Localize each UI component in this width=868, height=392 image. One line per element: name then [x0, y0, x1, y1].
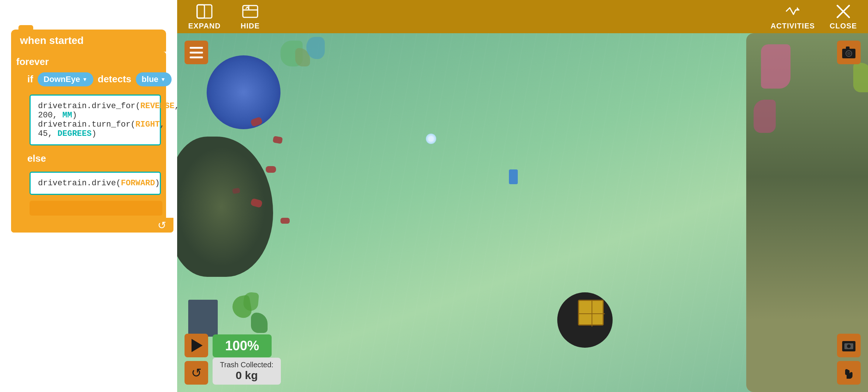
code-line2-fn: drivetrain.turn_for(	[38, 120, 135, 129]
svg-rect-2	[243, 6, 258, 17]
expand-icon	[195, 3, 214, 20]
robot	[509, 169, 518, 184]
close-label: CLOSE	[830, 22, 857, 30]
color-dropdown[interactable]: blue ▼	[136, 72, 172, 86]
trash-label: Trash Collected:	[220, 361, 273, 369]
small-box	[188, 300, 218, 337]
forever-label: forever	[16, 56, 49, 67]
game-controls-right	[837, 334, 861, 385]
loop-arrow-icon: ↺	[158, 219, 166, 231]
when-started-label: when started	[20, 35, 84, 46]
reset-icon: ↺	[191, 365, 202, 380]
then-code-container: drivetrain.drive_for(REVERSE, 200, MM) d…	[22, 91, 161, 149]
close-button[interactable]: CLOSE	[830, 3, 857, 30]
svg-rect-1	[197, 5, 204, 18]
game-toolbar: EXPAND HIDE	[177, 0, 868, 33]
code-line-1: drivetrain.drive_for(REVERSE, 200, MM)	[38, 102, 152, 120]
svg-rect-16	[845, 369, 848, 375]
game-controls-left: ↺	[185, 334, 208, 385]
game-viewport: ↺ Trash Collected: 0 kg 100%	[177, 33, 868, 392]
progress-display: 100%	[213, 334, 272, 357]
empty-slot-box	[30, 201, 162, 216]
play-icon	[192, 339, 203, 352]
code-line3-fn: drivetrain.drive(	[38, 179, 121, 188]
menu-line-2	[190, 52, 203, 54]
sensor-dropdown-arrow: ▼	[82, 76, 87, 82]
hide-button[interactable]: HIDE	[235, 3, 265, 30]
plant-top-3	[306, 37, 325, 59]
play-button[interactable]	[185, 334, 208, 357]
code-blocks: when started forever if DownEye ▼ detect…	[11, 30, 166, 233]
orb	[426, 134, 436, 144]
color-dropdown-arrow: ▼	[161, 76, 166, 82]
code-line2-end: )	[92, 129, 96, 138]
when-started-block[interactable]: when started	[11, 30, 166, 52]
creature-2	[273, 136, 283, 144]
forever-inner: if DownEye ▼ detects blue ▼ ? then	[11, 68, 166, 218]
camera-view-button[interactable]	[837, 334, 861, 357]
code-line-2: drivetrain.turn_for(RIGHT, 45, DEGREES)	[38, 120, 152, 138]
creature-5	[280, 218, 290, 224]
coral-right-1	[761, 44, 790, 89]
sensor-name: DownEye	[44, 75, 80, 84]
svg-point-11	[847, 52, 851, 55]
code-line1-unit: MM	[62, 111, 72, 120]
reset-button[interactable]: ↺	[185, 361, 208, 385]
sensor-dropdown[interactable]: DownEye ▼	[38, 72, 93, 86]
code-line3-kw: FORWARD	[121, 179, 155, 188]
else-label: else	[27, 153, 46, 164]
camera-button[interactable]	[837, 41, 861, 64]
menu-line-1	[190, 47, 203, 49]
code-panel: when started forever if DownEye ▼ detect…	[0, 0, 177, 392]
crate	[578, 300, 604, 326]
activities-icon	[783, 3, 802, 20]
forever-block: forever if DownEye ▼ detects blue ▼ ?	[11, 52, 166, 233]
plant-right	[853, 63, 868, 92]
plant-bottom-2	[243, 292, 259, 311]
hide-label: HIDE	[241, 22, 260, 30]
code-line1-end: )	[72, 111, 77, 120]
close-icon	[834, 3, 852, 20]
svg-rect-12	[846, 47, 850, 49]
toolbar-right: ACTIVITIES CLOSE	[771, 3, 857, 30]
expand-button[interactable]: EXPAND	[188, 3, 221, 30]
menu-line-3	[190, 56, 203, 58]
game-scene: ↺ Trash Collected: 0 kg 100%	[177, 33, 868, 392]
game-menu-button[interactable]	[185, 41, 208, 64]
else-code-container: drivetrain.drive(FORWARD)	[22, 168, 161, 199]
color-name: blue	[142, 75, 158, 84]
code-line2-kw: RIGHT	[135, 120, 160, 129]
forever-label-row: forever	[11, 52, 166, 68]
hide-icon	[241, 3, 259, 20]
progress-value: 100%	[224, 338, 261, 354]
code-line1-fn: drivetrain.drive_for(	[38, 102, 140, 111]
hand-tool-button[interactable]	[837, 361, 861, 385]
empty-slot	[22, 199, 161, 218]
code-line-3: drivetrain.drive(FORWARD)	[38, 179, 152, 188]
code-line1-kw: REVERSE	[140, 102, 174, 111]
else-code-box: drivetrain.drive(FORWARD)	[30, 172, 161, 195]
trash-value: 0 kg	[220, 369, 273, 382]
detects-label: detects	[98, 73, 131, 85]
activities-label: ACTIVITIES	[771, 22, 815, 30]
trash-display: Trash Collected: 0 kg	[213, 358, 281, 385]
if-label: if	[27, 73, 33, 85]
code-line3-end: )	[155, 179, 160, 188]
forever-bottom-cap: ↺	[11, 218, 173, 233]
then-code-box: drivetrain.drive_for(REVERSE, 200, MM) d…	[30, 94, 161, 145]
coral-right-2	[754, 100, 776, 133]
game-panel: EXPAND HIDE	[177, 0, 868, 392]
code-line2-unit: DEGREES	[58, 129, 92, 138]
svg-point-15	[847, 344, 851, 348]
activities-button[interactable]: ACTIVITIES	[771, 3, 815, 30]
expand-label: EXPAND	[188, 22, 221, 30]
else-row: else	[22, 149, 161, 168]
plant-bottom-3	[251, 313, 268, 333]
creature-3	[266, 166, 276, 173]
blue-rock	[207, 55, 280, 129]
